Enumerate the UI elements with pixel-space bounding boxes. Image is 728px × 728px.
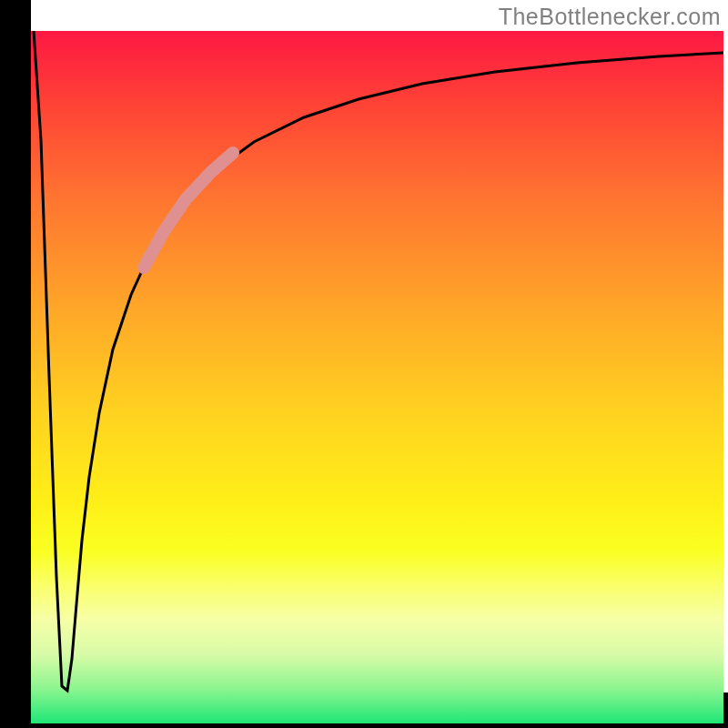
chart-container: [0, 0, 728, 728]
y-axis: [0, 31, 31, 723]
axis-corner: [0, 0, 31, 31]
plot-area: [31, 31, 723, 723]
bottleneck-curve: [31, 31, 723, 723]
watermark: TheBottlenecker.com: [499, 4, 721, 30]
